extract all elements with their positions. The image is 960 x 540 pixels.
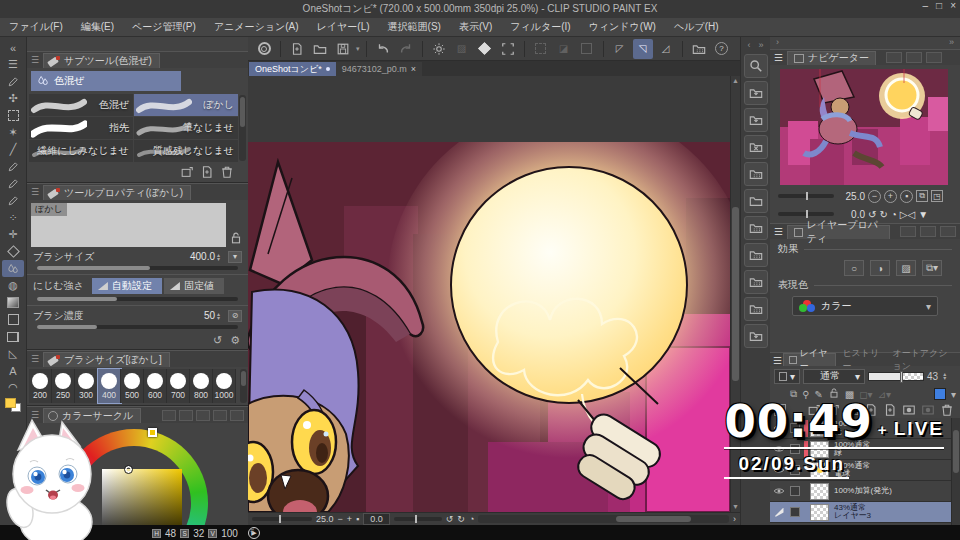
information-tab-icon[interactable]	[926, 52, 942, 63]
ruler-range-icon[interactable]: ⊿▾	[878, 389, 891, 400]
invert-selection-icon[interactable]: ◪	[554, 39, 574, 59]
brush-size-400-selected[interactable]: 400	[98, 369, 121, 403]
material-image-button[interactable]	[744, 216, 768, 240]
snap-special-ruler-icon[interactable]: ◹	[633, 39, 653, 59]
navigator-rotate-slider[interactable]	[778, 212, 834, 216]
brush-size-scrollbar[interactable]	[240, 369, 247, 403]
subtool-item-blur[interactable]: ぼかし	[134, 94, 238, 116]
duplicate-subtool-icon[interactable]	[200, 165, 214, 179]
minimize-button[interactable]: –	[923, 0, 929, 11]
move-tool[interactable]: ✣	[2, 90, 24, 107]
layer-thumbnail[interactable]	[810, 504, 829, 521]
property-panel-icon[interactable]	[689, 39, 709, 59]
canvas-artwork[interactable]	[248, 142, 730, 512]
brush-density-stepper[interactable]: ▴▾	[217, 312, 224, 320]
nav-reset-rotation-icon[interactable]: ◔	[891, 209, 897, 220]
decoration-tool[interactable]: ✛	[2, 226, 24, 243]
tool-settings-icon[interactable]: ⚙	[230, 334, 240, 347]
clear-icon[interactable]	[429, 39, 449, 59]
brush-size-500[interactable]: 500	[121, 369, 144, 403]
auto-action-tab[interactable]: オートアクション	[887, 353, 960, 366]
layer-color-effect-icon[interactable]: ⧉▾	[922, 260, 942, 276]
material-download2-button[interactable]	[744, 108, 768, 132]
nav-flip-horizontal-icon[interactable]: ▷◁	[900, 209, 915, 220]
material-delete-button[interactable]	[744, 135, 768, 159]
fit-screen-icon[interactable]: ▪	[356, 514, 359, 524]
opacity-slider[interactable]	[868, 372, 924, 381]
subtool-palette-tab[interactable]: サブツール(色混ぜ)	[43, 53, 160, 68]
palette-menu-icon[interactable]: ☰	[774, 226, 783, 237]
blend-mode-dropdown[interactable]: 通常▾	[803, 369, 865, 384]
history-tab[interactable]: ヒストリー	[837, 353, 886, 366]
visibility-eye-icon[interactable]	[772, 485, 786, 497]
material-expand-icon[interactable]: »	[758, 40, 763, 50]
material-3d-button[interactable]	[744, 243, 768, 267]
autoselect-tool[interactable]: ✶	[2, 124, 24, 141]
palette-menu-icon[interactable]: ☰	[773, 355, 782, 366]
menu-file[interactable]: ファイル(F)	[0, 20, 72, 34]
canvas-viewport[interactable]: ▲ ▼	[248, 76, 740, 512]
panel-expand-icon[interactable]: »	[949, 37, 954, 49]
open-file-icon[interactable]	[310, 39, 330, 59]
nav-zoom-out-icon[interactable]: −	[868, 190, 881, 203]
layer-thumbnail[interactable]	[810, 483, 829, 500]
marquee-tool[interactable]	[2, 107, 24, 124]
brush-size-stepper[interactable]: ▴▾	[217, 253, 224, 261]
maximize-button[interactable]: □	[936, 0, 942, 11]
rotation-slider[interactable]	[394, 517, 442, 521]
snap-grid-icon[interactable]: ◿	[656, 39, 676, 59]
object-tool[interactable]	[2, 73, 24, 90]
dock-collapse-icon[interactable]: «	[247, 529, 257, 533]
layer-property-tab[interactable]: レイヤープロパティ	[787, 225, 890, 239]
nav-fit-screen-icon[interactable]: ◳	[931, 190, 943, 202]
tone-effect-icon[interactable]: ◑	[870, 260, 890, 276]
brush-size-300[interactable]: 300	[75, 369, 98, 403]
canvas-tab-inactive[interactable]: 94673102_p0.m ×	[336, 62, 422, 76]
material-pattern-button[interactable]	[744, 270, 768, 294]
subtool-item-brushblend[interactable]: 筆なじませ	[134, 117, 238, 139]
material-pattern2-button[interactable]	[744, 297, 768, 321]
menu-view[interactable]: 表示(V)	[450, 20, 501, 34]
delete-subtool-icon[interactable]	[220, 165, 234, 179]
layer-row-selected[interactable]: 43%通常レイヤー3	[770, 502, 960, 523]
search-layer-tab-icon[interactable]	[940, 226, 956, 237]
menu-filter[interactable]: フィルター(I)	[501, 20, 579, 34]
menu-window[interactable]: ウィンドウ(W)	[580, 20, 665, 34]
material-collapse-icon[interactable]: ‹	[747, 40, 750, 50]
fixed-value-button[interactable]: 固定値	[164, 278, 224, 294]
navigator-tab[interactable]: ナビゲーター	[787, 51, 876, 65]
brush-size-200[interactable]: 200	[29, 369, 52, 403]
brush-size-slider[interactable]	[37, 266, 238, 270]
subview-tab-icon[interactable]	[886, 52, 902, 63]
approx-color-tab-icon[interactable]	[213, 410, 227, 421]
toolbar-menu-icon[interactable]: ☰	[2, 56, 24, 73]
brush-density-slider[interactable]	[37, 325, 238, 329]
brush-tool[interactable]	[2, 192, 24, 209]
save-dropdown-icon[interactable]: ▾	[356, 45, 360, 53]
brush-size-600[interactable]: 600	[144, 369, 167, 403]
clip-studio-logo-icon[interactable]	[254, 39, 274, 59]
pen-tool[interactable]	[2, 158, 24, 175]
redo-icon[interactable]	[396, 39, 416, 59]
ruler-tool[interactable]: ◺	[2, 345, 24, 362]
canvas-tab-active[interactable]: OneShotコンビ*	[249, 62, 336, 76]
color-set-tab-icon[interactable]	[179, 410, 193, 421]
palette-color-dropdown[interactable]: ▾	[774, 369, 800, 384]
menu-selection[interactable]: 選択範囲(S)	[379, 20, 450, 34]
material-tone-button[interactable]	[744, 162, 768, 186]
airbrush-tool[interactable]: ⁘	[2, 209, 24, 226]
save-icon[interactable]	[333, 39, 353, 59]
color-slider-tab-icon[interactable]	[162, 410, 176, 421]
balloon-tool[interactable]: ◠	[2, 379, 24, 396]
zoom-in-icon[interactable]: +	[347, 514, 352, 524]
panel-arrow-icon[interactable]: ›	[776, 37, 779, 49]
scroll-down-icon[interactable]: ▼	[731, 502, 740, 512]
selection-border-icon[interactable]	[577, 39, 597, 59]
subtool-scrollbar[interactable]	[239, 95, 246, 161]
rotate-left-icon[interactable]: ↺	[446, 514, 454, 524]
zoom-out-icon[interactable]: −	[338, 514, 343, 524]
layer-color-chevron-icon[interactable]: ▾	[951, 389, 956, 400]
nav-actual-size-icon[interactable]: ⧉	[916, 190, 928, 202]
brush-size-250[interactable]: 250	[52, 369, 75, 403]
tool-property-tab[interactable]: ツールプロパティ(ぼかし)	[43, 185, 191, 200]
